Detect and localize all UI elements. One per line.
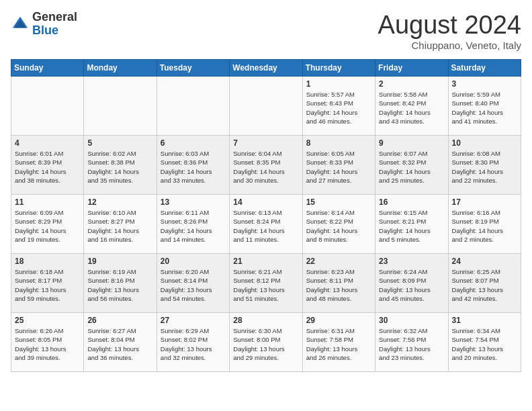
day-number: 3 (452, 79, 517, 89)
day-info: Sunrise: 6:04 AM Sunset: 8:35 PM Dayligh… (233, 149, 298, 185)
week-row-3: 11Sunrise: 6:09 AM Sunset: 8:29 PM Dayli… (11, 195, 521, 254)
day-number: 13 (161, 197, 226, 207)
day-number: 15 (306, 197, 371, 207)
logo-general: General (32, 10, 77, 24)
day-number: 8 (306, 138, 371, 148)
calendar-cell: 30Sunrise: 6:32 AM Sunset: 7:56 PM Dayli… (375, 313, 448, 372)
day-info: Sunrise: 6:25 AM Sunset: 8:07 PM Dayligh… (452, 267, 517, 303)
day-number: 23 (379, 257, 444, 266)
day-number: 6 (161, 138, 226, 148)
day-number: 18 (15, 257, 80, 266)
calendar-cell: 26Sunrise: 6:27 AM Sunset: 8:04 PM Dayli… (84, 313, 157, 372)
calendar-cell: 28Sunrise: 6:30 AM Sunset: 8:00 PM Dayli… (230, 313, 302, 372)
day-info: Sunrise: 6:05 AM Sunset: 8:33 PM Dayligh… (306, 149, 371, 185)
calendar-cell: 29Sunrise: 6:31 AM Sunset: 7:58 PM Dayli… (302, 313, 375, 372)
day-number: 10 (452, 138, 517, 148)
day-info: Sunrise: 6:11 AM Sunset: 8:26 PM Dayligh… (161, 208, 226, 244)
day-info: Sunrise: 6:31 AM Sunset: 7:58 PM Dayligh… (306, 326, 371, 362)
calendar-cell: 18Sunrise: 6:18 AM Sunset: 8:17 PM Dayli… (11, 254, 84, 313)
day-number: 2 (379, 79, 444, 89)
calendar-cell: 22Sunrise: 6:23 AM Sunset: 8:11 PM Dayli… (302, 254, 375, 313)
day-number: 26 (87, 316, 152, 325)
calendar-cell: 12Sunrise: 6:10 AM Sunset: 8:27 PM Dayli… (84, 195, 157, 254)
day-info: Sunrise: 6:03 AM Sunset: 8:36 PM Dayligh… (161, 149, 226, 185)
day-info: Sunrise: 6:02 AM Sunset: 8:38 PM Dayligh… (87, 149, 152, 185)
calendar-cell: 14Sunrise: 6:13 AM Sunset: 8:24 PM Dayli… (230, 195, 302, 254)
day-info: Sunrise: 6:19 AM Sunset: 8:16 PM Dayligh… (87, 267, 152, 303)
calendar-cell: 7Sunrise: 6:04 AM Sunset: 8:35 PM Daylig… (230, 136, 302, 195)
day-info: Sunrise: 5:57 AM Sunset: 8:43 PM Dayligh… (306, 90, 371, 126)
day-info: Sunrise: 6:23 AM Sunset: 8:11 PM Dayligh… (306, 267, 371, 303)
calendar-cell: 1Sunrise: 5:57 AM Sunset: 8:43 PM Daylig… (302, 77, 375, 136)
day-number: 12 (87, 197, 152, 207)
day-number: 21 (233, 257, 298, 266)
day-number: 30 (379, 316, 444, 325)
day-info: Sunrise: 6:21 AM Sunset: 8:12 PM Dayligh… (233, 267, 298, 303)
calendar-cell (230, 77, 302, 136)
header-thursday: Thursday (302, 60, 375, 77)
day-number: 29 (306, 316, 371, 325)
day-number: 28 (233, 316, 298, 325)
day-info: Sunrise: 6:15 AM Sunset: 8:21 PM Dayligh… (379, 208, 444, 244)
header-wednesday: Wednesday (230, 60, 302, 77)
logo-blue: Blue (32, 24, 58, 37)
day-info: Sunrise: 6:07 AM Sunset: 8:32 PM Dayligh… (379, 149, 444, 185)
day-number: 31 (452, 316, 517, 325)
calendar-cell: 9Sunrise: 6:07 AM Sunset: 8:32 PM Daylig… (375, 136, 448, 195)
header-row: SundayMondayTuesdayWednesdayThursdayFrid… (11, 60, 521, 77)
day-info: Sunrise: 6:32 AM Sunset: 7:56 PM Dayligh… (379, 326, 444, 362)
logo: General Blue (11, 11, 77, 38)
day-number: 4 (15, 138, 80, 148)
header-friday: Friday (375, 60, 448, 77)
day-info: Sunrise: 6:08 AM Sunset: 8:30 PM Dayligh… (452, 149, 517, 185)
day-number: 16 (379, 197, 444, 207)
calendar-cell: 4Sunrise: 6:01 AM Sunset: 8:39 PM Daylig… (11, 136, 84, 195)
logo-icon (11, 15, 30, 34)
day-info: Sunrise: 6:14 AM Sunset: 8:22 PM Dayligh… (306, 208, 371, 244)
day-number: 11 (15, 197, 80, 207)
day-info: Sunrise: 5:59 AM Sunset: 8:40 PM Dayligh… (452, 90, 517, 126)
day-info: Sunrise: 6:24 AM Sunset: 8:09 PM Dayligh… (379, 267, 444, 303)
calendar-cell: 20Sunrise: 6:20 AM Sunset: 8:14 PM Dayli… (157, 254, 229, 313)
calendar-table: SundayMondayTuesdayWednesdayThursdayFrid… (11, 59, 521, 372)
day-info: Sunrise: 6:27 AM Sunset: 8:04 PM Dayligh… (87, 326, 152, 362)
header-monday: Monday (84, 60, 157, 77)
calendar-cell (11, 77, 84, 136)
day-number: 5 (87, 138, 152, 148)
day-number: 9 (379, 138, 444, 148)
calendar-cell: 31Sunrise: 6:34 AM Sunset: 7:54 PM Dayli… (448, 313, 521, 372)
calendar-cell: 10Sunrise: 6:08 AM Sunset: 8:30 PM Dayli… (448, 136, 521, 195)
day-info: Sunrise: 6:29 AM Sunset: 8:02 PM Dayligh… (161, 326, 226, 362)
day-number: 1 (306, 79, 371, 89)
location: Chiuppano, Veneto, Italy (378, 40, 521, 51)
calendar-cell: 13Sunrise: 6:11 AM Sunset: 8:26 PM Dayli… (157, 195, 229, 254)
page-header: General Blue August 2024 Chiuppano, Vene… (11, 11, 521, 51)
calendar-cell: 15Sunrise: 6:14 AM Sunset: 8:22 PM Dayli… (302, 195, 375, 254)
calendar-cell: 11Sunrise: 6:09 AM Sunset: 8:29 PM Dayli… (11, 195, 84, 254)
week-row-4: 18Sunrise: 6:18 AM Sunset: 8:17 PM Dayli… (11, 254, 521, 313)
calendar-cell: 27Sunrise: 6:29 AM Sunset: 8:02 PM Dayli… (157, 313, 229, 372)
week-row-5: 25Sunrise: 6:26 AM Sunset: 8:05 PM Dayli… (11, 313, 521, 372)
calendar-cell: 24Sunrise: 6:25 AM Sunset: 8:07 PM Dayli… (448, 254, 521, 313)
day-info: Sunrise: 6:13 AM Sunset: 8:24 PM Dayligh… (233, 208, 298, 244)
day-info: Sunrise: 6:30 AM Sunset: 8:00 PM Dayligh… (233, 326, 298, 362)
calendar-cell: 6Sunrise: 6:03 AM Sunset: 8:36 PM Daylig… (157, 136, 229, 195)
day-info: Sunrise: 6:26 AM Sunset: 8:05 PM Dayligh… (15, 326, 80, 362)
calendar-cell (157, 77, 229, 136)
header-tuesday: Tuesday (157, 60, 229, 77)
day-info: Sunrise: 6:16 AM Sunset: 8:19 PM Dayligh… (452, 208, 517, 244)
title-block: August 2024 Chiuppano, Veneto, Italy (378, 11, 521, 51)
header-saturday: Saturday (448, 60, 521, 77)
day-info: Sunrise: 6:01 AM Sunset: 8:39 PM Dayligh… (15, 149, 80, 185)
day-number: 7 (233, 138, 298, 148)
header-sunday: Sunday (11, 60, 84, 77)
calendar-cell: 21Sunrise: 6:21 AM Sunset: 8:12 PM Dayli… (230, 254, 302, 313)
calendar-cell: 17Sunrise: 6:16 AM Sunset: 8:19 PM Dayli… (448, 195, 521, 254)
calendar-cell: 3Sunrise: 5:59 AM Sunset: 8:40 PM Daylig… (448, 77, 521, 136)
week-row-1: 1Sunrise: 5:57 AM Sunset: 8:43 PM Daylig… (11, 77, 521, 136)
calendar-cell (84, 77, 157, 136)
day-number: 27 (161, 316, 226, 325)
calendar-cell: 8Sunrise: 6:05 AM Sunset: 8:33 PM Daylig… (302, 136, 375, 195)
day-info: Sunrise: 6:34 AM Sunset: 7:54 PM Dayligh… (452, 326, 517, 362)
day-number: 19 (87, 257, 152, 266)
